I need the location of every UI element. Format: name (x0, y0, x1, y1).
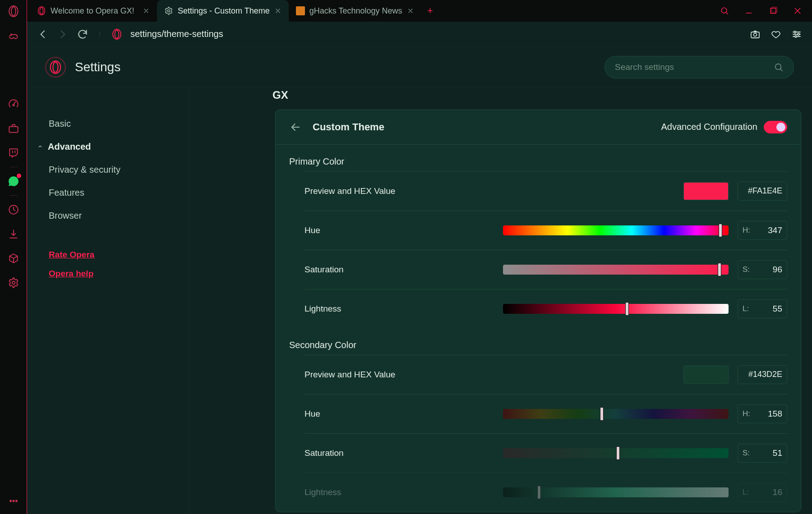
opera-help-link[interactable]: Opera help (49, 264, 189, 283)
back-icon[interactable] (37, 28, 49, 40)
svg-point-23 (53, 62, 58, 72)
sidebar-item-advanced[interactable]: Advanced (37, 135, 189, 158)
sliders-icon[interactable] (791, 29, 802, 40)
rail-divider (10, 167, 17, 167)
briefcase-icon[interactable] (8, 123, 19, 134)
tab-welcome[interactable]: Welcome to Opera GX! (30, 0, 157, 22)
preview-hex-label: Preview and HEX Value (304, 186, 674, 196)
tab-ghacks[interactable]: gHacks Technology News (289, 0, 421, 22)
svg-point-10 (40, 8, 43, 14)
sidebar-item-basic[interactable]: Basic (49, 112, 189, 135)
primary-hex-box[interactable]: #FA1E4E (738, 182, 787, 201)
new-tab-button[interactable]: + (421, 0, 439, 22)
rail-divider (10, 195, 17, 196)
primary-light-box[interactable]: L: 55 (738, 299, 787, 318)
secondary-hue-slider[interactable] (503, 409, 729, 419)
primary-color-swatch (683, 182, 729, 200)
svg-point-19 (794, 31, 796, 33)
search-input[interactable] (615, 62, 774, 72)
close-icon[interactable] (407, 7, 414, 14)
svg-point-5 (12, 281, 15, 285)
tab-label: gHacks Technology News (309, 6, 402, 16)
sidebar-item-label: Advanced (48, 142, 91, 152)
minimize-icon[interactable] (744, 6, 753, 15)
advanced-config-label: Advanced Configuration (661, 122, 757, 132)
svg-point-6 (9, 500, 11, 501)
tab-strip: Welcome to Opera GX! Settings - Custom T… (27, 0, 812, 22)
svg-point-1 (11, 7, 16, 16)
lightness-label: Lightness (304, 304, 494, 314)
url-text[interactable]: settings/theme-settings (130, 29, 223, 39)
page-title: Settings (75, 60, 120, 74)
separator-dots: ⋮ (97, 31, 103, 38)
svg-point-2 (13, 105, 14, 106)
back-icon[interactable] (289, 121, 302, 133)
secondary-hue-box[interactable]: H: 158 (738, 404, 787, 423)
whatsapp-icon[interactable] (8, 175, 19, 187)
primary-hue-box[interactable]: H: 347 (738, 221, 787, 240)
reload-icon[interactable] (77, 28, 88, 40)
opera-logo-icon (37, 6, 46, 15)
primary-sat-box[interactable]: S: 96 (738, 260, 787, 279)
svg-point-8 (15, 500, 17, 501)
svg-rect-3 (9, 127, 18, 133)
svg-point-22 (51, 61, 61, 73)
primary-sat-slider[interactable] (503, 265, 729, 275)
left-rail (0, 0, 27, 514)
secondary-light-slider (503, 487, 729, 497)
sidebar-item-features[interactable]: Features (49, 181, 189, 204)
hue-label: Hue (304, 409, 494, 419)
download-icon[interactable] (8, 228, 19, 240)
settings-header: Settings (27, 47, 812, 87)
toolbar: ⋮ settings/theme-settings (27, 22, 812, 47)
heart-icon[interactable] (770, 29, 781, 40)
main-pane: GX Custom Theme Advanced Configuration P… (189, 90, 812, 514)
search-icon[interactable] (720, 6, 729, 15)
opera-logo-icon[interactable] (8, 5, 19, 17)
svg-point-18 (754, 33, 757, 36)
forward-icon (57, 28, 69, 40)
secondary-color-heading: Secondary Color (276, 328, 801, 355)
saturation-label: Saturation (304, 448, 494, 458)
advanced-config-toggle[interactable] (764, 121, 787, 133)
secondary-light-box: L: 16 (738, 483, 787, 502)
svg-point-7 (13, 500, 14, 501)
camera-icon[interactable] (750, 29, 761, 40)
card-title: Custom Theme (313, 121, 384, 133)
primary-light-slider[interactable] (503, 304, 729, 314)
sidebar-item-privacy[interactable]: Privacy & security (49, 158, 189, 181)
secondary-hex-box[interactable]: #143D2E (738, 365, 787, 384)
secondary-sat-box[interactable]: S: 51 (738, 444, 787, 463)
svg-point-15 (113, 29, 121, 39)
opera-logo-icon (45, 57, 66, 78)
cube-icon[interactable] (8, 252, 19, 264)
gear-icon[interactable] (8, 277, 19, 289)
close-icon[interactable] (143, 7, 150, 14)
sidebar-item-browser[interactable]: Browser (49, 204, 189, 227)
primary-color-heading: Primary Color (276, 145, 801, 171)
tab-settings[interactable]: Settings - Custom Theme (157, 0, 289, 22)
twitch-icon[interactable] (8, 147, 19, 159)
close-window-icon[interactable] (793, 6, 802, 15)
section-heading-gx: GX (272, 90, 801, 101)
custom-theme-card: Custom Theme Advanced Configuration Prim… (275, 110, 801, 512)
svg-point-20 (798, 33, 799, 35)
lightness-label: Lightness (304, 487, 494, 497)
secondary-sat-slider[interactable] (503, 448, 729, 458)
rate-opera-link[interactable]: Rate Opera (49, 245, 189, 264)
svg-point-9 (38, 7, 45, 15)
opera-logo-icon (111, 29, 122, 40)
gauge-icon[interactable] (8, 98, 19, 110)
more-icon[interactable] (8, 495, 19, 507)
saturation-label: Saturation (304, 265, 494, 275)
tab-label: Welcome to Opera GX! (51, 6, 134, 16)
primary-hue-slider[interactable] (503, 225, 729, 235)
gear-icon (164, 6, 173, 15)
search-settings[interactable] (604, 56, 794, 78)
maximize-icon[interactable] (769, 6, 778, 15)
hue-label: Hue (304, 225, 494, 235)
close-icon[interactable] (274, 7, 281, 14)
game-controller-icon[interactable] (8, 30, 19, 41)
preview-hex-label: Preview and HEX Value (304, 370, 674, 380)
clock-icon[interactable] (8, 204, 19, 216)
